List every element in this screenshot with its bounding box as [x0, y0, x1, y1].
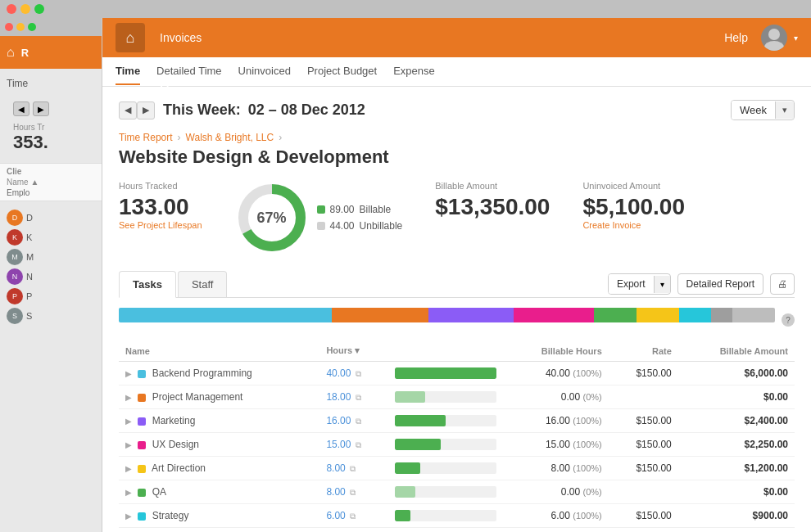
row-expand-icon[interactable]: ▶ — [125, 393, 132, 402]
subnav-item-time[interactable]: Time — [116, 58, 140, 85]
billable-pct: (100%) — [573, 368, 601, 378]
sidebar-next-btn[interactable]: ▶ — [33, 101, 49, 116]
billable-amount-cell: $900.00 — [678, 504, 795, 528]
create-invoice-link[interactable]: Create Invoice — [582, 220, 685, 230]
billable-amount-cell: $2,400.00 — [678, 409, 795, 433]
task-hours-value[interactable]: 6.00 — [326, 510, 345, 521]
billable-hours-cell: 8.00 (100%) — [503, 457, 609, 480]
billable-pct: (0%) — [583, 487, 602, 497]
table-row: ▶ Marketing 16.00 ⧉ 16.00 (100%) $150.00… — [119, 409, 795, 433]
week-title-label: This Week: — [163, 101, 241, 118]
export-button[interactable]: Export ▾ — [608, 273, 671, 295]
billable-pct: (100%) — [573, 416, 601, 426]
minimize-button[interactable] — [20, 4, 30, 14]
week-selector[interactable]: Week ▾ — [731, 100, 795, 120]
task-hours-value[interactable]: 18.00 — [326, 391, 351, 403]
print-button[interactable]: 🖨 — [770, 273, 795, 295]
billable-hours-text: Billable — [360, 204, 392, 215]
next-week-button[interactable]: ▶ — [137, 101, 155, 119]
see-project-lifespan-link[interactable]: See Project Lifespan — [119, 220, 202, 230]
task-hours-value[interactable]: 15.00 — [326, 439, 351, 450]
hours-edit-icon[interactable]: ⧉ — [356, 393, 361, 402]
sidebar-max[interactable] — [28, 23, 36, 31]
nav-avatar[interactable] — [761, 25, 787, 51]
week-title: This Week: 02 – 08 Dec 2012 — [163, 101, 365, 119]
top-nav: ⌂ ReportsTimesheetsInvoicesEstimatesMana… — [102, 18, 811, 57]
breadcrumb-client[interactable]: Walsh & Bright, LLC — [186, 132, 274, 143]
tab-tasks[interactable]: Tasks — [119, 271, 176, 298]
detailed-report-button[interactable]: Detailed Report — [677, 273, 763, 295]
sidebar-min[interactable] — [16, 23, 25, 31]
billable-hours-cell: 16.00 (100%) — [503, 409, 609, 433]
sidebar-hours-label: Hours Tr — [13, 123, 88, 132]
nav-avatar-dropdown[interactable]: ▾ — [794, 34, 798, 43]
rate-cell: $150.00 — [609, 457, 678, 480]
task-name-cell: ▶ QA — [119, 480, 319, 504]
nav-home-button[interactable]: ⌂ — [116, 23, 145, 52]
hours-edit-icon[interactable]: ⧉ — [356, 417, 361, 426]
col-billable-amount[interactable]: Billable Amount — [678, 340, 795, 362]
task-name: Art Direction — [152, 462, 206, 474]
rate-cell: $150.00 — [609, 362, 678, 385]
sidebar-time-item[interactable]: Time — [7, 75, 95, 92]
row-expand-icon[interactable]: ▶ — [125, 440, 132, 449]
maximize-button[interactable] — [34, 4, 44, 14]
nav-item-invoices[interactable]: Invoices — [148, 25, 230, 51]
billable-hours-cell: 0.00 (0%) — [503, 480, 609, 504]
sidebar-close[interactable] — [5, 23, 13, 31]
billable-pct: (0%) — [583, 392, 602, 402]
rate-cell: $150.00 — [609, 409, 678, 433]
sidebar-prev-btn[interactable]: ◀ — [13, 101, 29, 116]
hours-edit-icon[interactable]: ⧉ — [350, 464, 356, 473]
task-hours-cell: 18.00 ⧉ — [319, 385, 388, 409]
hours-edit-icon[interactable]: ⧉ — [350, 488, 356, 497]
nav-item-timesheets[interactable]: Timesheets — [148, 18, 230, 25]
donut-pct: 67% — [257, 210, 287, 227]
row-expand-icon[interactable]: ▶ — [125, 417, 132, 426]
breadcrumb-time-report[interactable]: Time Report — [119, 132, 173, 143]
hours-edit-icon[interactable]: ⧉ — [356, 440, 361, 449]
task-hours-value[interactable]: 40.00 — [326, 367, 351, 379]
week-nav: ◀ ▶ This Week: 02 – 08 Dec 2012 Week ▾ — [119, 100, 795, 120]
task-hours-cell: 8.00 ⧉ — [319, 480, 388, 504]
subnav-item-uninvoiced[interactable]: Uninvoiced — [238, 58, 291, 85]
hours-edit-icon[interactable]: ⧉ — [356, 369, 361, 378]
col-billable-hours[interactable]: Billable Hours — [503, 340, 609, 362]
row-expand-icon[interactable]: ▶ — [125, 512, 132, 521]
task-hours-cell: 16.00 ⧉ — [319, 409, 388, 433]
task-color-dot — [138, 370, 146, 378]
task-bar-cell — [388, 409, 503, 433]
col-hours[interactable]: Hours ▾ — [319, 340, 388, 362]
nav-help-link[interactable]: Help — [724, 31, 748, 44]
prev-week-button[interactable]: ◀ — [119, 101, 137, 119]
subnav-item-project-budget[interactable]: Project Budget — [307, 58, 377, 85]
row-expand-icon[interactable]: ▶ — [125, 369, 132, 378]
hours-edit-icon[interactable]: ⧉ — [350, 512, 356, 521]
task-hours-value[interactable]: 16.00 — [326, 415, 351, 426]
close-button[interactable] — [7, 4, 16, 14]
uninvoiced-value: $5,100.00 — [582, 194, 685, 220]
sidebar-home-icon[interactable]: ⌂ — [7, 45, 15, 60]
task-hours-cell: 40.00 ⧉ — [319, 362, 388, 385]
sidebar-person-row: K K — [7, 228, 95, 247]
task-hours-value[interactable]: 8.00 — [326, 462, 345, 474]
color-bar-help[interactable]: ? — [782, 313, 795, 327]
tab-staff[interactable]: Staff — [178, 271, 228, 297]
task-hours-value[interactable]: 8.00 — [326, 486, 345, 498]
col-rate[interactable]: Rate — [609, 340, 678, 362]
subnav-item-detailed-time[interactable]: Detailed Time — [156, 58, 221, 85]
row-expand-icon[interactable]: ▶ — [125, 488, 132, 497]
subnav-item-expense[interactable]: Expense — [393, 58, 435, 85]
col-name[interactable]: Name — [119, 340, 319, 362]
export-arrow: ▾ — [654, 276, 670, 293]
progress-bar-bg — [395, 462, 496, 474]
sidebar-person-initial: S — [26, 311, 32, 321]
task-hours-cell: 6.00 ⧉ — [319, 504, 388, 528]
task-name-cell: ▶ UX Design — [119, 433, 319, 457]
task-color-dot — [138, 441, 146, 449]
table-row: ▶ Backend Programming 40.00 ⧉ 40.00 (100… — [119, 362, 795, 385]
col-bar — [388, 340, 503, 362]
sidebar-avatar: M — [7, 249, 23, 265]
row-expand-icon[interactable]: ▶ — [125, 464, 132, 473]
color-segment — [514, 308, 594, 322]
